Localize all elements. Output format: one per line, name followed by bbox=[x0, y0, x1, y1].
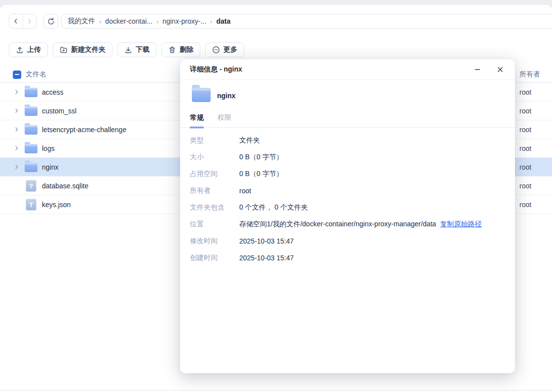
file-name[interactable]: letsencrypt-acme-challenge bbox=[42, 126, 126, 134]
dialog-header[interactable]: 详细信息 - nginx bbox=[180, 59, 515, 80]
dialog-folder-icon bbox=[192, 88, 211, 102]
detail-field-row: 大小 0 B（0 字节） bbox=[190, 149, 505, 166]
history-nav-group bbox=[9, 14, 37, 29]
detail-field-row: 位置 存储空间1/我的文件/docker-container/nginx-pro… bbox=[190, 216, 505, 233]
field-label: 位置 bbox=[190, 220, 239, 229]
field-value: 0 B（0 字节） bbox=[239, 153, 283, 162]
forward-button[interactable] bbox=[23, 14, 37, 28]
folder-icon bbox=[25, 107, 37, 116]
file-name[interactable]: database.sqlite bbox=[42, 182, 88, 190]
file-owner: root bbox=[519, 126, 531, 134]
file-glyph: ? bbox=[29, 182, 33, 190]
file-name[interactable]: custom_ssl bbox=[42, 107, 76, 115]
file-owner: root bbox=[519, 88, 531, 96]
field-label: 类型 bbox=[190, 136, 239, 145]
file-owner: root bbox=[519, 144, 531, 152]
back-button[interactable] bbox=[9, 14, 23, 28]
details-dialog: 详细信息 - nginx nginx 常规权限 类型 文件夹 大小 0 B（0 … bbox=[180, 59, 515, 373]
dialog-tabs: 常规权限 bbox=[190, 113, 231, 128]
field-value: 存储空间1/我的文件/docker-container/nginx-proxy-… bbox=[239, 220, 436, 229]
file-owner: root bbox=[519, 107, 531, 115]
expand-chevron-icon[interactable] bbox=[14, 164, 19, 170]
close-icon bbox=[497, 66, 504, 73]
field-value: 0 个文件， 0 个文件夹 bbox=[239, 203, 308, 212]
detail-field-row: 类型 文件夹 bbox=[190, 132, 505, 149]
field-label: 所有者 bbox=[190, 186, 239, 195]
breadcrumb-item[interactable]: docker-contai... bbox=[105, 17, 152, 25]
upload-label: 上传 bbox=[27, 45, 41, 54]
dialog-title: 详细信息 - nginx bbox=[190, 65, 242, 74]
download-label: 下载 bbox=[136, 45, 149, 54]
minimize-icon bbox=[474, 66, 481, 73]
expand-chevron-icon[interactable] bbox=[14, 108, 19, 113]
field-label: 修改时间 bbox=[190, 237, 239, 246]
refresh-button[interactable] bbox=[43, 14, 58, 29]
file-owner: root bbox=[519, 201, 531, 209]
detail-field-row: 占用空间 0 B（0 字节） bbox=[190, 166, 505, 182]
field-value: 文件夹 bbox=[239, 136, 260, 145]
expand-chevron-icon[interactable] bbox=[14, 145, 19, 151]
chevron-left-icon bbox=[13, 18, 19, 24]
file-name[interactable]: access bbox=[42, 88, 64, 96]
folder-icon bbox=[25, 88, 37, 97]
copy-path-link[interactable]: 复制原始路径 bbox=[440, 220, 481, 229]
breadcrumb-separator-icon: › bbox=[99, 18, 101, 25]
upload-button[interactable]: 上传 bbox=[9, 42, 48, 57]
field-label: 创建时间 bbox=[190, 253, 239, 262]
more-ellipsis-icon bbox=[212, 46, 220, 54]
field-value: root bbox=[239, 187, 251, 195]
delete-label: 删除 bbox=[180, 45, 193, 54]
dialog-tab[interactable]: 常规 bbox=[190, 113, 204, 128]
new-folder-button[interactable]: 新建文件夹 bbox=[53, 42, 112, 57]
tabs-divider bbox=[180, 127, 515, 128]
select-all-checkbox[interactable] bbox=[13, 71, 21, 79]
download-icon bbox=[124, 46, 132, 54]
dialog-tab[interactable]: 权限 bbox=[218, 113, 231, 128]
name-column-header[interactable]: 文件名 bbox=[26, 70, 46, 79]
field-value: 2025-10-03 15:47 bbox=[239, 237, 294, 245]
file-name[interactable]: logs bbox=[42, 144, 55, 152]
file-name[interactable]: keys.json bbox=[42, 201, 71, 209]
breadcrumb-item[interactable]: 我的文件 bbox=[68, 17, 95, 26]
indeterminate-minus-icon bbox=[15, 74, 19, 75]
close-button[interactable] bbox=[495, 65, 505, 74]
chevron-right-icon bbox=[27, 18, 33, 24]
file-icon: T bbox=[26, 199, 37, 211]
folder-icon bbox=[25, 144, 37, 153]
detail-field-row: 创建时间 2025-10-03 15:47 bbox=[190, 249, 505, 266]
file-owner: root bbox=[519, 182, 531, 190]
breadcrumb-item[interactable]: data bbox=[216, 17, 230, 25]
breadcrumb[interactable]: 我的文件›docker-contai...›nginx-proxy-...›da… bbox=[61, 14, 552, 29]
status-bar: 选中 1 项（共 7 项） bbox=[0, 390, 552, 392]
navigation-bar: 我的文件›docker-contai...›nginx-proxy-...›da… bbox=[9, 14, 552, 29]
delete-button[interactable]: 删除 bbox=[161, 42, 200, 57]
file-glyph: T bbox=[29, 201, 33, 209]
field-label: 文件夹包含 bbox=[190, 203, 239, 212]
breadcrumb-separator-icon: › bbox=[210, 18, 212, 25]
folder-icon bbox=[25, 163, 37, 172]
trash-icon bbox=[168, 46, 176, 54]
download-button[interactable]: 下载 bbox=[117, 42, 156, 57]
field-value: 2025-10-03 15:47 bbox=[239, 254, 294, 262]
field-label: 大小 bbox=[190, 153, 239, 162]
detail-field-row: 所有者 root bbox=[190, 182, 505, 199]
field-value: 0 B（0 字节） bbox=[239, 170, 283, 178]
field-label: 占用空间 bbox=[190, 170, 239, 178]
folder-icon bbox=[25, 125, 37, 135]
refresh-icon bbox=[47, 17, 55, 26]
breadcrumb-item[interactable]: nginx-proxy-... bbox=[162, 17, 206, 25]
new-folder-icon bbox=[60, 46, 68, 54]
expand-chevron-icon[interactable] bbox=[14, 127, 19, 132]
more-button[interactable]: 更多 bbox=[205, 42, 244, 57]
minimize-button[interactable] bbox=[473, 65, 482, 74]
file-name[interactable]: nginx bbox=[42, 163, 58, 171]
file-owner: root bbox=[519, 163, 531, 171]
expand-chevron-icon[interactable] bbox=[14, 89, 19, 95]
dialog-controls bbox=[473, 65, 505, 74]
dialog-file-name: nginx bbox=[217, 92, 235, 100]
more-label: 更多 bbox=[223, 45, 237, 54]
toolbar: 上传 新建文件夹 下载 删除 更多 bbox=[9, 42, 244, 57]
owner-column-header[interactable]: 所有者 bbox=[519, 70, 540, 79]
file-icon: ? bbox=[26, 180, 37, 192]
dialog-fields: 类型 文件夹 大小 0 B（0 字节） 占用空间 0 B（0 字节） 所有者 r… bbox=[190, 132, 505, 266]
